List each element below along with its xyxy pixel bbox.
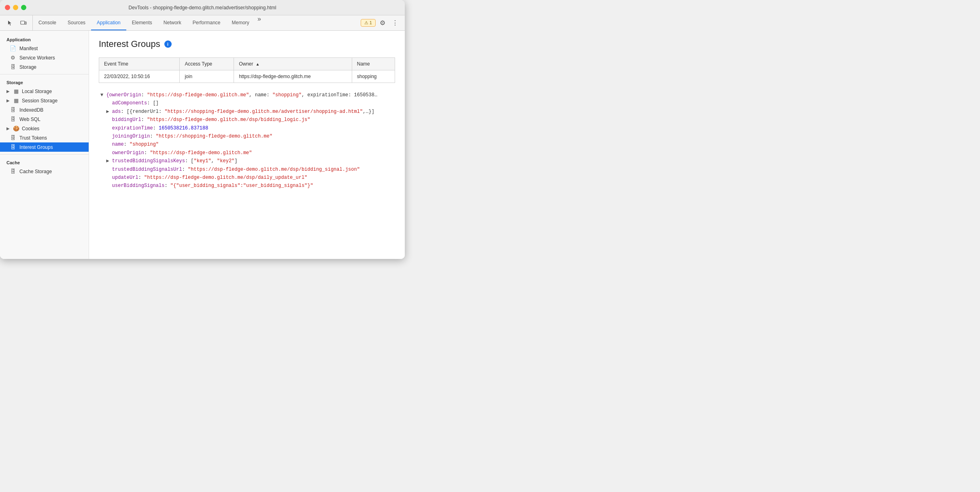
tab-sources[interactable]: Sources [62,15,91,30]
sidebar-item-storage[interactable]: 🗄 Storage [0,62,89,72]
sort-arrow-icon: ▲ [255,62,259,66]
json-line: userBiddingSignals: "{"user_bidding_sign… [99,182,395,190]
sidebar-section-application: Application [0,34,89,44]
sidebar-item-local-storage[interactable]: ▶ ▦ Local Storage [0,87,89,96]
tabbar: Console Sources Application Elements Net… [0,15,405,31]
sidebar-item-trust-tokens[interactable]: 🗄 Trust Tokens [0,133,89,142]
json-line: ▼ {ownerOrigin: "https://dsp-fledge-demo… [99,91,395,99]
page-title: Interest Groups [99,39,160,49]
content-panel: Interest Groups i Event Time Access Type… [89,31,405,259]
sidebar-item-manifest-label: Manifest [19,46,38,51]
settings-icon[interactable]: ⚙ [377,17,388,28]
window-title: DevTools - shopping-fledge-demo.glitch.m… [129,5,276,11]
json-line: biddingUrl: "https://dsp-fledge-demo.gli… [99,116,395,124]
manifest-icon: 📄 [10,45,16,51]
cookies-icon: 🍪 [13,125,19,131]
sidebar: Application 📄 Manifest ⚙ Service Workers… [0,31,89,259]
col-owner-label: Owner [239,61,253,67]
page-title-row: Interest Groups i [99,39,395,49]
sidebar-item-web-sql-label: Web SQL [19,117,40,122]
col-access-type[interactable]: Access Type [180,58,234,70]
trust-tokens-icon: 🗄 [10,135,16,141]
tabbar-actions: ⚠ 1 ⚙ ⋮ [358,15,403,30]
sidebar-item-interest-groups[interactable]: 🗄 Interest Groups [0,142,89,152]
svg-rect-0 [21,21,25,24]
device-toolbar-toggle[interactable] [18,17,29,29]
window-controls[interactable] [5,5,26,10]
main-area: Application 📄 Manifest ⚙ Service Workers… [0,31,405,259]
svg-rect-1 [25,22,26,24]
sidebar-item-session-storage[interactable]: ▶ ▦ Session Storage [0,96,89,105]
sidebar-item-indexeddb[interactable]: 🗄 IndexedDB [0,105,89,115]
more-options-icon[interactable]: ⋮ [389,17,401,28]
local-storage-arrow: ▶ [6,89,10,93]
sidebar-item-storage-label: Storage [19,64,36,70]
local-storage-icon: ▦ [13,88,19,94]
col-owner[interactable]: Owner ▲ [234,58,352,70]
json-line: updateUrl: "https://dsp-fledge-demo.glit… [99,174,395,182]
cache-storage-icon: 🗄 [10,168,16,174]
tab-elements[interactable]: Elements [126,15,158,30]
json-line: adComponents: [] [99,99,395,107]
maximize-button[interactable] [21,5,26,10]
indexeddb-icon: 🗄 [10,107,16,113]
tabs: Console Sources Application Elements Net… [33,15,358,30]
sidebar-divider-2 [0,154,89,155]
service-workers-icon: ⚙ [10,55,16,61]
session-storage-icon: ▦ [13,98,19,104]
tab-console[interactable]: Console [33,15,62,30]
sidebar-section-storage: Storage [0,77,89,87]
close-button[interactable] [5,5,10,10]
sidebar-item-service-workers[interactable]: ⚙ Service Workers [0,53,89,62]
sidebar-item-web-sql[interactable]: 🗄 Web SQL [0,115,89,124]
sidebar-item-cookies[interactable]: ▶ 🍪 Cookies [0,124,89,133]
storage-icon: 🗄 [10,64,16,70]
json-line: ownerOrigin: "https://dsp-fledge-demo.gl… [99,149,395,157]
tab-application[interactable]: Application [91,15,126,30]
sidebar-item-local-storage-label: Local Storage [22,89,52,94]
json-line: name: "shopping" [99,140,395,148]
json-line: expirationTime: 1650538216.837188 [99,124,395,132]
sidebar-item-cache-storage-label: Cache Storage [19,169,52,174]
sidebar-item-interest-groups-label: Interest Groups [19,144,53,150]
json-line: trustedBiddingSignalsUrl: "https://dsp-f… [99,165,395,174]
warning-badge[interactable]: ⚠ 1 [361,19,376,27]
interest-groups-table: Event Time Access Type Owner ▲ Name 22/0… [99,57,395,83]
sidebar-item-cookies-label: Cookies [22,126,39,131]
toolbar-tools [2,15,33,30]
interest-groups-icon: 🗄 [10,144,16,150]
tab-performance[interactable]: Performance [187,15,226,30]
col-event-time[interactable]: Event Time [99,58,180,70]
json-viewer: ▼ {ownerOrigin: "https://dsp-fledge-demo… [99,91,395,190]
json-line: ▶ trustedBiddingSignalsKeys: ["key1", "k… [99,157,395,165]
sidebar-item-trust-tokens-label: Trust Tokens [19,135,47,141]
json-line: joiningOrigin: "https://shopping-fledge-… [99,132,395,140]
session-storage-arrow: ▶ [6,98,10,103]
sidebar-item-session-storage-label: Session Storage [22,98,57,104]
cookies-arrow: ▶ [6,126,10,131]
sidebar-section-cache: Cache [0,157,89,167]
json-line: ▶ ads: [{renderUrl: "https://shopping-fl… [99,108,395,116]
sidebar-item-service-workers-label: Service Workers [19,55,55,61]
titlebar: DevTools - shopping-fledge-demo.glitch.m… [0,0,405,15]
sidebar-item-manifest[interactable]: 📄 Manifest [0,44,89,53]
tab-network[interactable]: Network [158,15,187,30]
web-sql-icon: 🗄 [10,116,16,122]
sidebar-divider-1 [0,74,89,74]
minimize-button[interactable] [13,5,18,10]
sidebar-item-indexeddb-label: IndexedDB [19,107,43,113]
table-row[interactable]: 22/03/2022, 10:50:16joinhttps://dsp-fled… [99,70,395,83]
sidebar-item-cache-storage[interactable]: 🗄 Cache Storage [0,167,89,176]
more-tabs-button[interactable]: » [255,15,264,30]
tab-memory[interactable]: Memory [226,15,255,30]
col-name[interactable]: Name [352,58,395,70]
cursor-tool[interactable] [5,17,16,29]
info-icon[interactable]: i [164,40,172,48]
